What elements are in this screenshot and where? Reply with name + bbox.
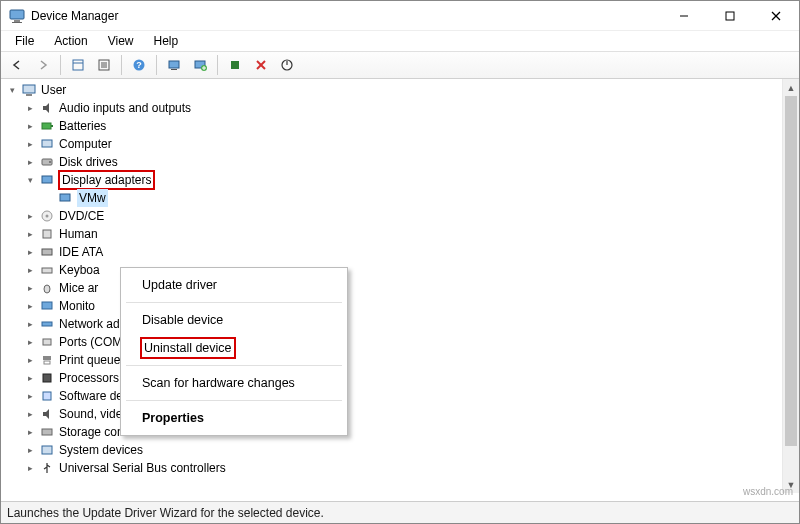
expand-icon[interactable]: ▸ bbox=[23, 425, 37, 439]
expand-icon[interactable]: ▸ bbox=[23, 389, 37, 403]
expand-icon[interactable]: ▸ bbox=[23, 281, 37, 295]
vertical-scrollbar[interactable]: ▲ ▼ bbox=[782, 79, 799, 493]
svg-rect-16 bbox=[171, 69, 177, 70]
tree-item[interactable]: ▸IDE ATA bbox=[23, 243, 799, 261]
expand-icon[interactable]: ▸ bbox=[23, 335, 37, 349]
keyboard-icon bbox=[39, 262, 55, 278]
menu-file[interactable]: File bbox=[7, 32, 42, 50]
menu-view[interactable]: View bbox=[100, 32, 142, 50]
expand-icon[interactable]: ▸ bbox=[23, 227, 37, 241]
expand-icon[interactable]: ▸ bbox=[23, 461, 37, 475]
expand-icon[interactable]: ▸ bbox=[23, 443, 37, 457]
svg-rect-2 bbox=[12, 22, 22, 23]
expand-icon[interactable]: ▸ bbox=[23, 101, 37, 115]
svg-rect-34 bbox=[43, 230, 51, 238]
tree-item[interactable]: ▸System devices bbox=[23, 441, 799, 459]
properties-button[interactable] bbox=[92, 54, 116, 76]
separator bbox=[126, 302, 342, 303]
scroll-up-icon[interactable]: ▲ bbox=[783, 79, 799, 96]
tree-item-label: Monito bbox=[59, 297, 95, 315]
menu-action[interactable]: Action bbox=[46, 32, 95, 50]
ctx-update-driver[interactable]: Update driver bbox=[124, 271, 344, 299]
show-hide-tree-button[interactable] bbox=[66, 54, 90, 76]
tree-item[interactable]: ▸Human bbox=[23, 225, 799, 243]
svg-point-33 bbox=[46, 215, 49, 218]
tree-root[interactable]: ▾ User bbox=[5, 81, 799, 99]
svg-point-29 bbox=[49, 161, 51, 163]
scroll-thumb[interactable] bbox=[785, 96, 797, 446]
expand-icon[interactable]: ▸ bbox=[23, 353, 37, 367]
tree-item-label: Universal Serial Bus controllers bbox=[59, 459, 226, 477]
expand-icon[interactable]: ▸ bbox=[23, 317, 37, 331]
mouse-icon bbox=[39, 280, 55, 296]
svg-rect-27 bbox=[42, 140, 52, 147]
port-icon bbox=[39, 334, 55, 350]
monitor-icon bbox=[39, 298, 55, 314]
tree-item-label: Batteries bbox=[59, 117, 106, 135]
collapse-icon[interactable]: ▾ bbox=[5, 83, 19, 97]
audio-icon bbox=[39, 100, 55, 116]
expand-icon[interactable]: ▸ bbox=[23, 299, 37, 313]
ctx-uninstall-device[interactable]: Uninstall device bbox=[124, 334, 344, 362]
tree-item[interactable]: ▸Computer bbox=[23, 135, 799, 153]
svg-rect-35 bbox=[42, 249, 52, 255]
svg-rect-0 bbox=[10, 10, 24, 19]
tree-item[interactable]: ▸Batteries bbox=[23, 117, 799, 135]
expand-icon[interactable]: ▸ bbox=[23, 155, 37, 169]
tree-item[interactable]: ▸Universal Serial Bus controllers bbox=[23, 459, 799, 477]
svg-rect-4 bbox=[726, 12, 734, 20]
tree-item[interactable]: ▸DVD/CE bbox=[23, 207, 799, 225]
scan-hardware-button[interactable] bbox=[162, 54, 186, 76]
help-button[interactable]: ? bbox=[127, 54, 151, 76]
tree-root-label: User bbox=[41, 81, 66, 99]
ide-icon bbox=[39, 244, 55, 260]
update-driver-button[interactable] bbox=[188, 54, 212, 76]
svg-rect-43 bbox=[43, 374, 51, 382]
tree-item[interactable]: ▸Disk drives bbox=[23, 153, 799, 171]
expand-icon[interactable]: ▸ bbox=[23, 371, 37, 385]
tree-item-label: DVD/CE bbox=[59, 207, 104, 225]
svg-rect-25 bbox=[42, 123, 51, 129]
window-title: Device Manager bbox=[31, 9, 118, 23]
watermark: wsxdn.com bbox=[743, 486, 793, 497]
status-bar: Launches the Update Driver Wizard for th… bbox=[1, 501, 799, 523]
enable-device-button[interactable] bbox=[223, 54, 247, 76]
svg-rect-19 bbox=[231, 61, 239, 69]
system-icon bbox=[39, 442, 55, 458]
tree-item-display-adapters[interactable]: ▾Display adapters bbox=[23, 171, 799, 189]
tree-item-selected[interactable]: VMw bbox=[41, 189, 799, 207]
expand-icon[interactable]: ▸ bbox=[23, 245, 37, 259]
ctx-disable-device[interactable]: Disable device bbox=[124, 306, 344, 334]
svg-rect-1 bbox=[14, 20, 20, 22]
expand-icon[interactable]: ▸ bbox=[23, 407, 37, 421]
tree-item-label: Disk drives bbox=[59, 153, 118, 171]
svg-rect-45 bbox=[42, 429, 52, 435]
close-button[interactable] bbox=[753, 1, 799, 31]
svg-rect-26 bbox=[51, 125, 53, 127]
dvd-icon bbox=[39, 208, 55, 224]
printer-icon bbox=[39, 352, 55, 368]
ctx-scan-hardware[interactable]: Scan for hardware changes bbox=[124, 369, 344, 397]
usb-icon bbox=[39, 460, 55, 476]
back-button[interactable] bbox=[5, 54, 29, 76]
minimize-button[interactable] bbox=[661, 1, 707, 31]
device-tree: ▾ User ▸Audio inputs and outputs ▸Batter… bbox=[1, 79, 799, 493]
expand-icon[interactable]: ▸ bbox=[23, 119, 37, 133]
ctx-properties[interactable]: Properties bbox=[124, 404, 344, 432]
disable-device-button[interactable] bbox=[275, 54, 299, 76]
tree-item[interactable]: ▸Audio inputs and outputs bbox=[23, 99, 799, 117]
expand-icon[interactable]: ▸ bbox=[23, 263, 37, 277]
tree-item-label: Keyboa bbox=[59, 261, 100, 279]
svg-rect-15 bbox=[169, 61, 179, 68]
tree-item-label: Computer bbox=[59, 135, 112, 153]
collapse-icon[interactable]: ▾ bbox=[23, 173, 37, 187]
expand-icon[interactable]: ▸ bbox=[23, 137, 37, 151]
menu-help[interactable]: Help bbox=[146, 32, 187, 50]
svg-rect-39 bbox=[42, 322, 52, 326]
svg-rect-30 bbox=[42, 176, 52, 183]
uninstall-device-button[interactable] bbox=[249, 54, 273, 76]
expand-icon[interactable]: ▸ bbox=[23, 209, 37, 223]
computer-icon bbox=[39, 136, 55, 152]
forward-button[interactable] bbox=[31, 54, 55, 76]
maximize-button[interactable] bbox=[707, 1, 753, 31]
